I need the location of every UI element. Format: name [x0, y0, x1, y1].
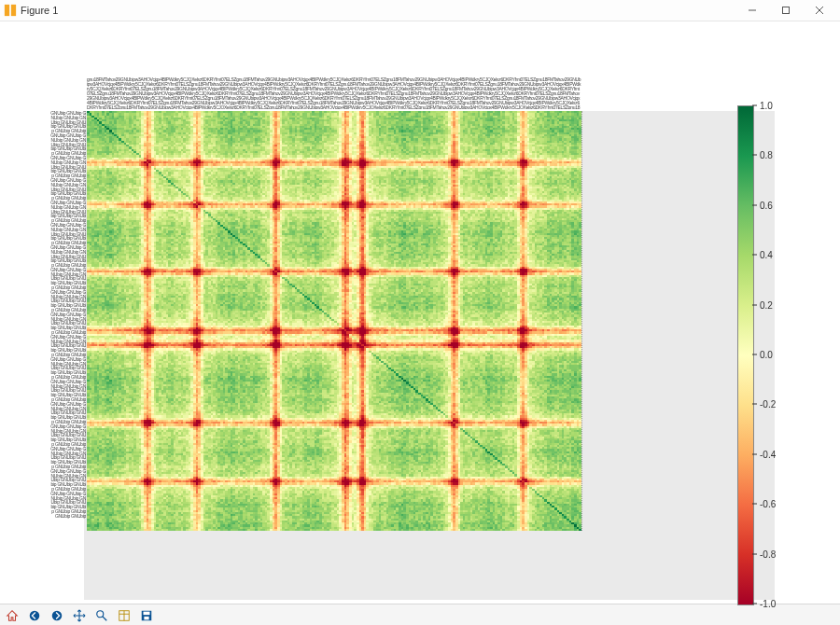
colorbar-tick: 0.6 — [760, 200, 793, 210]
svg-rect-1 — [11, 5, 16, 16]
colorbar-ticks: 1.00.80.60.40.20.0-0.2-0.4-0.6-0.8-1.0 — [760, 105, 793, 604]
back-button[interactable] — [24, 605, 45, 625]
colorbar-tick: 0.2 — [760, 299, 793, 310]
app-icon — [4, 4, 17, 17]
close-button[interactable] — [803, 0, 836, 21]
matplotlib-toolbar — [0, 604, 840, 625]
colorbar-tick: 1.0 — [760, 101, 793, 111]
svg-rect-3 — [783, 7, 790, 14]
figure-canvas[interactable]: gnu18FMTahov29GNUbipw3AHOVcjqx4BIPWdkry5… — [0, 21, 840, 604]
minimize-button[interactable] — [735, 0, 769, 21]
save-button[interactable] — [136, 605, 157, 625]
x-axis-ticklabels: gnu18FMTahov29GNUbipw3AHOVcjqx4BIPWdkry5… — [87, 77, 581, 109]
forward-button[interactable] — [47, 605, 67, 625]
colorbar-tick: -0.8 — [760, 549, 793, 559]
svg-rect-15 — [144, 617, 148, 620]
heatmap — [87, 111, 582, 531]
window-title: Figure 1 — [21, 5, 58, 16]
window-titlebar: Figure 1 — [0, 0, 840, 21]
colorbar-tick: 0.0 — [760, 350, 793, 360]
colorbar-tick: -0.4 — [760, 449, 793, 459]
svg-point-6 — [30, 611, 40, 621]
zoom-button[interactable] — [91, 605, 112, 625]
svg-point-8 — [97, 611, 104, 618]
svg-point-7 — [52, 611, 63, 621]
colorbar-tick: 0.8 — [760, 150, 793, 160]
svg-line-9 — [103, 617, 106, 620]
maximize-button[interactable] — [769, 0, 803, 21]
home-button[interactable] — [2, 605, 22, 625]
colorbar — [737, 105, 754, 605]
colorbar-tick: -0.6 — [760, 499, 793, 509]
svg-rect-0 — [5, 5, 9, 16]
colorbar-tick: -0.2 — [760, 399, 793, 410]
configure-subplots-button[interactable] — [114, 605, 134, 625]
svg-rect-14 — [144, 612, 150, 616]
pan-button[interactable] — [69, 605, 90, 625]
colorbar-tick: -1.0 — [760, 599, 793, 609]
colorbar-tick: 0.4 — [760, 250, 793, 260]
y-axis-ticklabels: GNUbip GNUbip GNUbip GNUbip GNUbip GNUbi… — [50, 111, 86, 531]
